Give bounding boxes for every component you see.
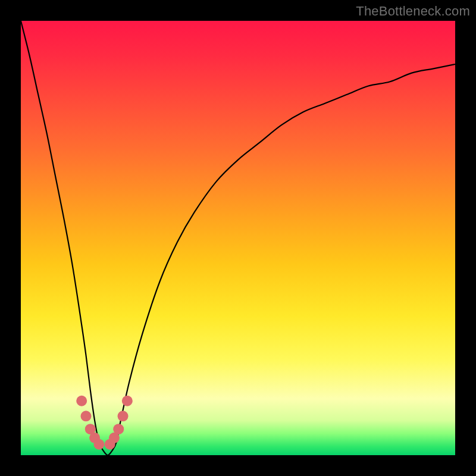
plot-area: [21, 21, 455, 455]
valley-dot: [93, 439, 104, 450]
valley-dot: [113, 424, 124, 434]
chart-frame: TheBottleneck.com: [0, 0, 476, 476]
valley-dots: [76, 396, 133, 450]
valley-dot: [81, 411, 92, 421]
valley-dot: [122, 396, 133, 406]
bottleneck-curve: [21, 21, 455, 455]
bottleneck-curve-svg: [21, 21, 455, 455]
watermark-text: TheBottleneck.com: [356, 4, 470, 19]
valley-dot: [118, 411, 129, 421]
valley-dot: [76, 396, 87, 406]
